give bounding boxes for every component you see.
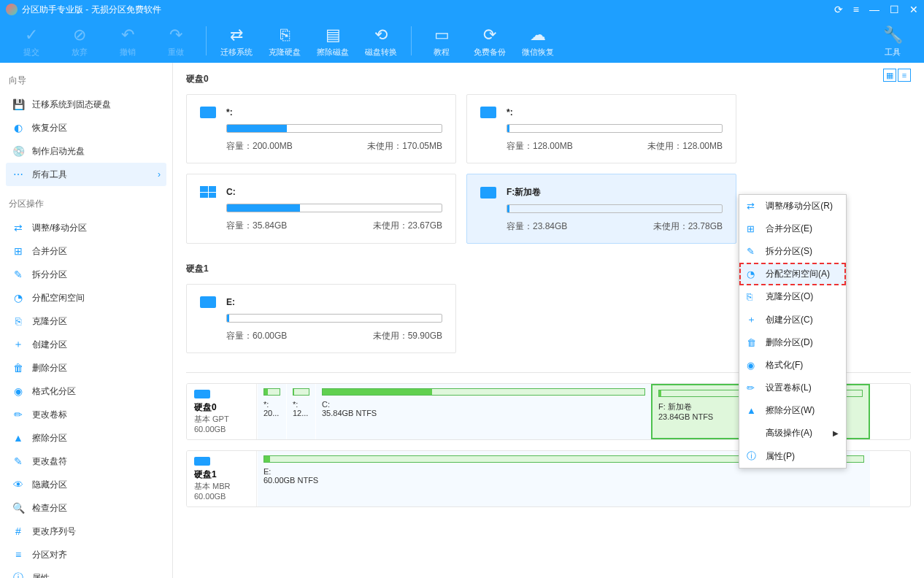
partition-card[interactable]: F:新加卷容量：23.84GB未使用：23.78GB [466, 174, 736, 244]
sidebar-item[interactable]: ＋创建分区 [6, 333, 166, 356]
migrate-button[interactable]: ⇄迁移系统 [212, 20, 261, 61]
free-label: 未使用：128.00MB [647, 140, 723, 153]
context-menu-item[interactable]: ✎拆分分区(S) [739, 240, 846, 263]
sidebar-item[interactable]: ⓘ属性 [6, 566, 166, 578]
wipe-button[interactable]: ▤擦除磁盘 [309, 20, 357, 61]
context-menu-item[interactable]: ◔分配空闲空间(A) [739, 263, 846, 285]
usage-bar [226, 314, 442, 323]
sidebar-icon: ≡ [12, 548, 25, 561]
ctx-label: 擦除分区(W) [766, 404, 815, 417]
sidebar-label: 更改盘符 [32, 455, 67, 468]
list-view-icon[interactable]: ≡ [898, 69, 911, 82]
partition-name: F:新加卷 [507, 186, 541, 199]
sidebar-label: 擦除分区 [32, 432, 67, 444]
sidebar-icon: ▲ [12, 431, 25, 444]
backup-button[interactable]: ⟳免费备份 [466, 20, 514, 61]
segment-size: 60.00GB NTFS [263, 476, 864, 485]
redo-button[interactable]: ↷重做 [152, 20, 200, 61]
sidebar-label: 创建分区 [32, 339, 67, 351]
context-menu: ⇄调整/移动分区(R)⊞合并分区(E)✎拆分分区(S)◔分配空闲空间(A)⎘克隆… [739, 194, 847, 469]
refresh-icon[interactable]: ⟳ [834, 4, 843, 15]
sidebar-label: 分配空闲空间 [32, 292, 85, 304]
partition-segment[interactable]: *:20... [257, 384, 286, 439]
partition-card[interactable]: *:容量：128.00MB未使用：128.00MB [466, 94, 736, 163]
tutorial-button[interactable]: ▭教程 [417, 20, 466, 61]
partition-card[interactable]: E:容量：60.00GB未使用：59.90GB [186, 284, 456, 353]
menu-icon[interactable]: ≡ [853, 4, 859, 15]
context-menu-item[interactable]: 高级操作(A)▶ [739, 422, 846, 444]
capacity-label: 容量：23.84GB [507, 220, 567, 233]
ctx-label: 调整/移动分区(R) [766, 200, 833, 212]
sidebar-label: 调整/移动分区 [32, 222, 87, 234]
context-menu-item[interactable]: ＋创建分区(C) [739, 308, 846, 331]
disk-strip-header[interactable]: 硬盘1基本 MBR60.00GB [187, 451, 257, 506]
sidebar-item[interactable]: ✎拆分分区 [6, 263, 166, 286]
sidebar-item[interactable]: ◔分配空闲空间 [6, 286, 166, 309]
usage-bar [507, 204, 723, 213]
sidebar-label: 属性 [32, 572, 50, 579]
drive-icon [194, 457, 210, 466]
sidebar-icon: ⓘ [12, 571, 25, 578]
sidebar-item[interactable]: 💾迁移系统到固态硬盘 [6, 93, 166, 116]
sidebar-item[interactable]: ⇄调整/移动分区 [6, 216, 166, 239]
ctx-icon: ⓘ [747, 450, 760, 463]
context-menu-item[interactable]: ◉格式化(F) [739, 354, 846, 377]
disk-strip-header[interactable]: 硬盘0基本 GPT60.00GB [187, 384, 257, 439]
partition-card[interactable]: *:容量：200.00MB未使用：170.05MB [186, 94, 456, 163]
context-menu-item[interactable]: ✏设置卷标(L) [739, 377, 846, 399]
sidebar-item[interactable]: ✏更改卷标 [6, 403, 166, 426]
sidebar-item[interactable]: ✎更改盘符 [6, 450, 166, 473]
ctx-icon: ✎ [747, 246, 760, 257]
sidebar-item[interactable]: ▲擦除分区 [6, 426, 166, 450]
sidebar-icon: 💾 [12, 98, 25, 111]
sidebar-item[interactable]: ⎘克隆分区 [6, 309, 166, 333]
partition-card[interactable]: C:容量：35.84GB未使用：23.67GB [186, 174, 456, 244]
context-menu-item[interactable]: ⓘ属性(P) [739, 444, 846, 468]
sidebar-item[interactable]: ≡分区对齐 [6, 543, 166, 566]
sidebar-item[interactable]: 🔍检查分区 [6, 496, 166, 520]
capacity-label: 容量：200.00MB [226, 140, 293, 153]
clone-icon: ⎘ [280, 25, 290, 45]
context-menu-item[interactable]: ⎘克隆分区(O) [739, 285, 846, 308]
wechat-button[interactable]: ☁微信恢复 [514, 20, 562, 61]
maximize-icon[interactable]: ☐ [890, 4, 899, 15]
disk-size: 60.00GB [194, 492, 249, 501]
drive-icon [480, 107, 496, 118]
sidebar-item[interactable]: 👁隐藏分区 [6, 473, 166, 496]
partition-segment[interactable]: C:35.84GB NTFS [315, 384, 651, 439]
capacity-label: 容量：60.00GB [226, 330, 287, 342]
context-menu-item[interactable]: ⇄调整/移动分区(R) [739, 195, 846, 217]
segment-bar [263, 388, 280, 396]
sidebar-item[interactable]: ◐恢复分区 [6, 116, 166, 139]
window-title: 分区助手专业版 - 无损分区免费软件 [22, 4, 834, 16]
submit-button[interactable]: ✓提交 [7, 20, 55, 61]
sidebar-icon: ⊞ [12, 244, 25, 258]
sidebar-label: 更改序列号 [32, 525, 76, 538]
close-icon[interactable]: ✕ [909, 4, 918, 15]
sidebar-item[interactable]: ⊞合并分区 [6, 239, 166, 263]
segment-letter: *: [263, 400, 280, 409]
clone-button[interactable]: ⎘克隆硬盘 [261, 20, 309, 61]
undo-button[interactable]: ↶撤销 [104, 20, 152, 61]
sidebar-label: 所有工具 [32, 169, 67, 181]
segment-size: 35.84GB NTFS [322, 409, 645, 417]
sidebar-item[interactable]: 🗑删除分区 [6, 356, 166, 379]
context-menu-item[interactable]: ⊞合并分区(E) [739, 217, 846, 240]
sidebar-item[interactable]: 💿制作启动光盘 [6, 139, 166, 163]
grid-view-icon[interactable]: ▦ [883, 69, 896, 82]
discard-button[interactable]: ⊘放弃 [55, 20, 104, 61]
tools-button[interactable]: 🔧工具 [869, 20, 917, 61]
sidebar-item[interactable]: #更改序列号 [6, 520, 166, 543]
segment-bar [293, 388, 309, 396]
convert-button[interactable]: ⟲磁盘转换 [357, 20, 405, 61]
context-menu-item[interactable]: 🗑删除分区(D) [739, 331, 846, 354]
minimize-icon[interactable]: — [869, 4, 879, 15]
sidebar-label: 恢复分区 [32, 122, 67, 134]
sidebar-item[interactable]: ◉格式化分区 [6, 379, 166, 403]
sidebar-item[interactable]: ⋯所有工具› [6, 163, 166, 186]
partition-segment[interactable]: *:12... [286, 384, 315, 439]
ctx-label: 设置卷标(L) [766, 382, 812, 394]
context-menu-item[interactable]: ▲擦除分区(W) [739, 399, 846, 422]
sidebar-icon: 🗑 [12, 361, 25, 374]
ctx-icon: ◉ [747, 360, 760, 371]
